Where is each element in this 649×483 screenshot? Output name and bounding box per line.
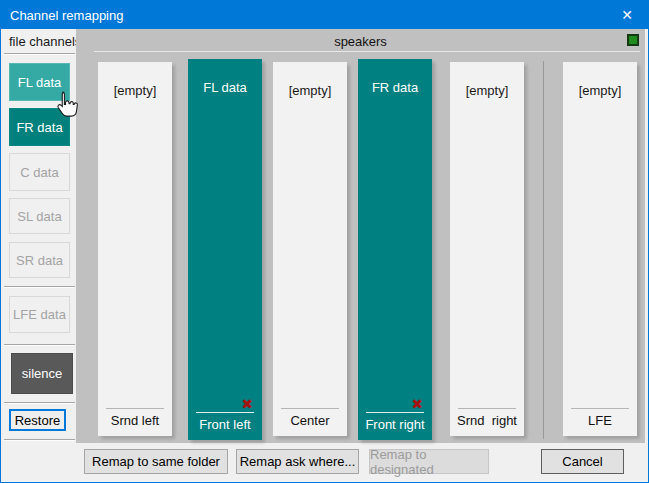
sidebar-button-fr-data[interactable]: FR data bbox=[9, 108, 70, 146]
sidebar-button-fl-data[interactable]: FL data bbox=[9, 63, 70, 101]
sidebar-button-silence[interactable]: silence bbox=[11, 353, 73, 394]
restore-button[interactable]: Restore bbox=[9, 409, 66, 431]
speaker-slot-center[interactable]: [empty] Center bbox=[273, 62, 347, 436]
remap-ask-where-button[interactable]: Remap ask where... bbox=[236, 449, 359, 474]
slot-label: Front right bbox=[358, 413, 432, 440]
slot-spacer bbox=[563, 98, 637, 408]
slot-content: [empty] bbox=[273, 83, 347, 98]
slot-label: Center bbox=[273, 409, 347, 436]
slot-label: Srnd right bbox=[450, 409, 524, 436]
sidebar-separator bbox=[4, 402, 75, 404]
remap-to-designated-button: Remap to designated bbox=[369, 449, 489, 474]
slot-spacer bbox=[188, 95, 262, 397]
slot-label: Srnd left bbox=[98, 409, 172, 436]
sidebar-button-sl-data[interactable]: SL data bbox=[9, 198, 70, 234]
slot-spacer bbox=[98, 98, 172, 408]
sidebar-separator bbox=[4, 439, 75, 441]
cancel-button[interactable]: Cancel bbox=[541, 449, 624, 474]
title-bar: Channel remapping ✕ bbox=[1, 1, 648, 29]
speakers-panel: speakers [empty] Srnd left FL data ✖ Fro… bbox=[76, 29, 645, 443]
remap-same-folder-button[interactable]: Remap to same folder bbox=[84, 449, 228, 474]
sidebar-separator bbox=[4, 53, 75, 55]
remove-assignment-icon[interactable]: ✖ bbox=[241, 397, 253, 411]
sidebar-separator bbox=[4, 344, 75, 346]
slot-spacer bbox=[273, 98, 347, 408]
slot-content: FL data bbox=[188, 80, 262, 95]
slot-content: [empty] bbox=[563, 83, 637, 98]
slot-content: [empty] bbox=[98, 83, 172, 98]
sidebar-button-lfe-data[interactable]: LFE data bbox=[9, 296, 70, 333]
slot-label: Front left bbox=[188, 413, 262, 440]
sidebar-button-sr-data[interactable]: SR data bbox=[9, 242, 70, 278]
slot-content: FR data bbox=[358, 80, 432, 95]
speakers-heading-rule bbox=[94, 51, 640, 52]
lfe-separator-line bbox=[543, 61, 544, 439]
sidebar-separator bbox=[4, 286, 75, 288]
slot-spacer bbox=[358, 95, 432, 397]
slot-label: LFE bbox=[563, 409, 637, 436]
speakers-heading: speakers bbox=[76, 34, 645, 49]
file-channels-heading: file channels bbox=[9, 34, 81, 49]
dialog-title: Channel remapping bbox=[1, 8, 606, 23]
speaker-slot-front-left[interactable]: FL data ✖ Front left bbox=[188, 59, 262, 440]
speaker-slot-front-right[interactable]: FR data ✖ Front right bbox=[358, 59, 432, 440]
sidebar-button-c-data[interactable]: C data bbox=[9, 153, 70, 191]
channel-remapping-dialog: Channel remapping ✕ file channels FL dat… bbox=[0, 0, 649, 483]
status-indicator-square bbox=[627, 34, 639, 46]
speaker-slot-lfe[interactable]: [empty] LFE bbox=[563, 62, 637, 436]
close-icon: ✕ bbox=[621, 7, 633, 23]
slot-spacer bbox=[450, 98, 524, 408]
remove-assignment-icon[interactable]: ✖ bbox=[411, 397, 423, 411]
close-button[interactable]: ✕ bbox=[606, 1, 648, 29]
speaker-slot-srnd-right[interactable]: [empty] Srnd right bbox=[450, 62, 524, 436]
slot-content: [empty] bbox=[450, 83, 524, 98]
speaker-slot-srnd-left[interactable]: [empty] Srnd left bbox=[98, 62, 172, 436]
